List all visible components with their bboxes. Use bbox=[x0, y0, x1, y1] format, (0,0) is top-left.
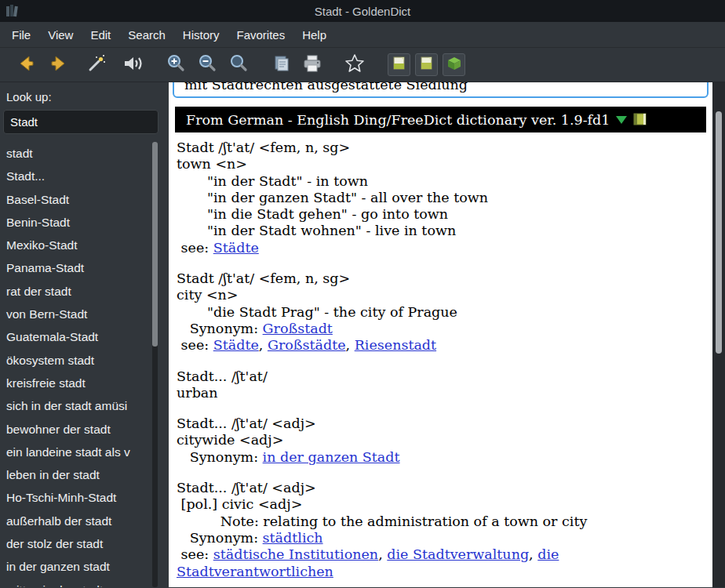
word-list-scrollbar-track[interactable] bbox=[152, 142, 158, 587]
zoom-out-button[interactable] bbox=[191, 51, 223, 79]
pronounce-speaker-icon bbox=[122, 54, 144, 76]
article-line: Stadt /ʃt'at/ <fem, n, sg> bbox=[177, 140, 706, 156]
print-icon bbox=[302, 54, 322, 76]
zoom-reset-icon bbox=[229, 53, 249, 76]
article-text: see: bbox=[177, 337, 213, 353]
article-text: "in der ganzen Stadt" - all over the tow… bbox=[177, 190, 488, 205]
article-line: "in der Stadt wohnen" - live in town bbox=[177, 223, 706, 239]
article-link[interactable]: die Stadtverwaltung bbox=[387, 546, 529, 562]
word-list-item[interactable]: rat der stadt bbox=[0, 280, 162, 303]
article-line: [pol.] civic <adj> bbox=[177, 496, 706, 513]
menu-file[interactable]: File bbox=[3, 22, 39, 47]
word-list-item[interactable]: Mexiko-Stadt bbox=[0, 234, 162, 256]
word-list-item[interactable]: leben in der stadt bbox=[0, 463, 162, 486]
article-line: Synonym: in der ganzen Stadt bbox=[177, 449, 706, 466]
menu-view[interactable]: View bbox=[39, 22, 82, 47]
article-text: Stadt... /ʃt'at/ <adj> bbox=[177, 416, 316, 431]
menu-favorites[interactable]: Favorites bbox=[228, 22, 293, 47]
dictionary-group-3-icon bbox=[446, 56, 462, 74]
word-list-item[interactable]: außerhalb der stadt bbox=[0, 510, 162, 532]
article-text: Synonym: bbox=[177, 321, 263, 336]
forward-button[interactable] bbox=[42, 51, 74, 79]
menu-edit[interactable]: Edit bbox=[82, 22, 119, 47]
article-link[interactable]: in der ganzen Stadt bbox=[263, 449, 400, 465]
word-list-item[interactable]: Panama-Stadt bbox=[0, 256, 162, 279]
word-list-item[interactable]: Ho-Tschi-Minh-Stadt bbox=[0, 486, 162, 509]
zoom-in-icon bbox=[166, 53, 186, 76]
word-list-item[interactable]: in der ganzen stadt bbox=[0, 555, 162, 578]
word-list-item[interactable]: kreisfreie stadt bbox=[0, 372, 162, 394]
article-text: Stadt /ʃt'at/ <fem, n, sg> bbox=[177, 270, 350, 286]
forward-icon bbox=[49, 54, 67, 76]
word-list-item[interactable]: stadt bbox=[0, 142, 162, 165]
collapse-triangle-icon[interactable] bbox=[616, 116, 627, 124]
article-text: see: bbox=[177, 240, 213, 256]
article-text: "in der Stadt" - in town bbox=[177, 173, 368, 189]
pronounce-button[interactable] bbox=[118, 51, 149, 79]
article-link[interactable]: städtische Institutionen bbox=[213, 546, 378, 562]
article-link[interactable]: die bbox=[537, 546, 559, 562]
word-list-item[interactable]: Basel-Stadt bbox=[0, 188, 162, 211]
article-link[interactable]: Städte bbox=[213, 337, 259, 353]
article-text: urban bbox=[177, 385, 218, 401]
dictionary-header-title: From German - English Ding/FreeDict dict… bbox=[186, 112, 610, 128]
article-link[interactable]: Großstadt bbox=[263, 321, 333, 336]
search-input[interactable] bbox=[3, 110, 158, 134]
back-icon bbox=[17, 54, 36, 76]
add-to-favorites-button[interactable] bbox=[339, 51, 370, 79]
article-link[interactable]: Großstädte bbox=[268, 337, 346, 353]
article-text: "in der Stadt wohnen" - live in town bbox=[177, 223, 456, 238]
article-text: Synonym: bbox=[177, 449, 263, 465]
word-list-item[interactable]: mitten in der stadt bbox=[0, 579, 162, 587]
menu-help[interactable]: Help bbox=[293, 22, 335, 47]
dictionary-header-bar[interactable]: From German - English Ding/FreeDict dict… bbox=[175, 107, 706, 132]
article-line: citywide <adj> bbox=[177, 432, 706, 448]
word-list-item[interactable]: bewohner der stadt bbox=[0, 418, 162, 441]
word-list-item[interactable]: von Bern-Stadt bbox=[0, 303, 162, 325]
main-toolbar bbox=[0, 48, 725, 82]
article-link[interactable]: Riesenstadt bbox=[355, 337, 436, 353]
word-list-item[interactable]: Guatemala-Stadt bbox=[0, 325, 162, 348]
article-text: town <n> bbox=[177, 156, 247, 172]
article-link[interactable]: Stadtverantwortlichen bbox=[177, 564, 333, 579]
previous-article-clipped-text: mit Stadtrechten ausgestattete Siedlung bbox=[173, 82, 709, 98]
title-bar: Stadt - GoldenDict bbox=[0, 0, 725, 22]
article-line: see: städtische Institutionen, die Stadt… bbox=[177, 546, 706, 563]
word-list-item[interactable]: Stadt... bbox=[0, 165, 162, 187]
article-text: "in die Stadt gehen" - go into town bbox=[177, 206, 448, 222]
article-line: "die Stadt Prag" - the city of Prague bbox=[177, 304, 706, 321]
lookup-sidebar: Look up: stadtStadt...Basel-StadtBenin-S… bbox=[0, 82, 162, 587]
article-text: Stadt /ʃt'at/ <fem, n, sg> bbox=[177, 140, 350, 155]
word-list-scrollbar-thumb[interactable] bbox=[152, 142, 158, 347]
article-link[interactable]: städtlich bbox=[263, 530, 323, 546]
article-scrollbar-track[interactable] bbox=[712, 82, 725, 587]
article-entries: Stadt /ʃt'at/ <fem, n, sg>town <n> "in d… bbox=[169, 132, 712, 580]
zoom-in-button[interactable] bbox=[160, 51, 191, 79]
article-line: "in der Stadt" - in town bbox=[177, 173, 706, 190]
word-list-item[interactable]: ökosystem stadt bbox=[0, 349, 162, 372]
word-list-item[interactable]: der stolz der stadt bbox=[0, 532, 162, 555]
article-link[interactable]: Städte bbox=[213, 240, 259, 256]
save-article-button[interactable] bbox=[265, 51, 297, 79]
dictionary-group-3-button[interactable] bbox=[443, 53, 465, 76]
article-line: Synonym: Großstadt bbox=[177, 321, 706, 337]
dictionary-group-2-button[interactable] bbox=[415, 53, 438, 76]
article-line: Synonym: städtlich bbox=[177, 530, 706, 546]
back-button[interactable] bbox=[11, 51, 42, 79]
article-area: mit Stadtrechten ausgestattete Siedlung … bbox=[162, 82, 725, 587]
dictionary-book-icon[interactable] bbox=[633, 113, 648, 126]
zoom-reset-button[interactable] bbox=[223, 51, 254, 79]
print-button[interactable] bbox=[297, 51, 328, 79]
menu-history[interactable]: History bbox=[174, 22, 228, 47]
word-list-item[interactable]: sich in der stadt amüsi bbox=[0, 394, 162, 417]
word-list: stadtStadt...Basel-StadtBenin-StadtMexik… bbox=[0, 142, 162, 587]
dictionary-group-1-button[interactable] bbox=[388, 53, 410, 76]
article-line: see: Städte bbox=[177, 240, 706, 256]
menu-search[interactable]: Search bbox=[119, 22, 174, 47]
favorites-star-icon bbox=[344, 53, 365, 76]
article-line: Stadt /ʃt'at/ <fem, n, sg> bbox=[177, 270, 706, 287]
word-list-item[interactable]: ein landeine stadt als v bbox=[0, 441, 162, 463]
scan-popup-button[interactable] bbox=[80, 51, 111, 79]
article-scrollbar-thumb[interactable] bbox=[716, 111, 722, 354]
word-list-item[interactable]: Benin-Stadt bbox=[0, 211, 162, 234]
